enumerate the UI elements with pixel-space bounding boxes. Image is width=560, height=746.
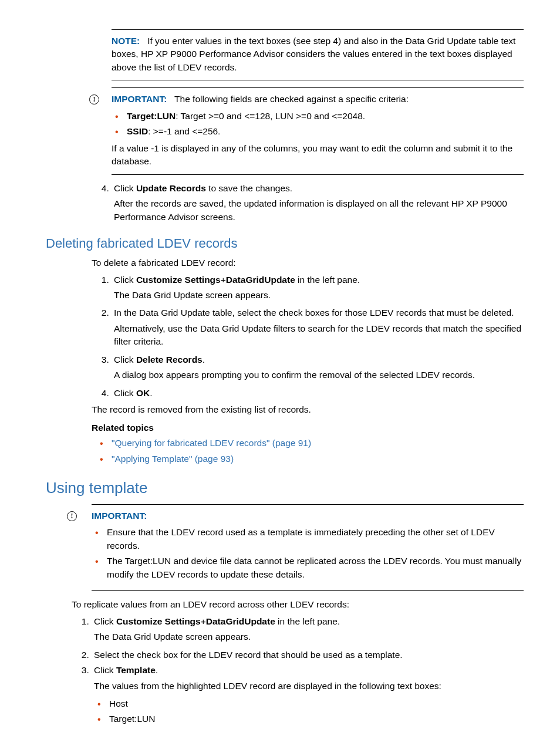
step-text: in the left pane. <box>295 275 360 285</box>
template-step-1: Click Customize Settings+DataGridUpdate … <box>92 615 524 644</box>
step-bold: DataGridUpdate <box>206 616 275 626</box>
important-box-1: IMPORTANT: The following fields are chec… <box>112 87 524 174</box>
step-para: The values from the highlighted LDEV rec… <box>94 680 524 693</box>
section-heading-using-template: Using template <box>46 477 524 499</box>
delete-step-1: Click Customize Settings+DataGridUpdate … <box>112 274 524 302</box>
important-box-2: IMPORTANT: Ensure that the LDEV record u… <box>92 504 524 591</box>
step-text: Click <box>94 616 116 626</box>
related-link-item: "Querying for fabricated LDEV records" (… <box>112 437 524 450</box>
important-label: IMPORTANT: <box>112 94 167 104</box>
textbox-item: Host <box>109 697 524 710</box>
related-link-item: "Applying Template" (page 93) <box>112 453 524 465</box>
step-para: The Data Grid Update screen appears. <box>94 630 524 643</box>
step-text: + <box>201 616 206 626</box>
step-text: . <box>156 665 158 675</box>
section-heading-deleting: Deleting fabricated LDEV records <box>46 234 524 253</box>
related-topics-label: Related topics <box>92 421 524 434</box>
step-text: Click <box>114 183 136 193</box>
delete-step-4: Click OK. <box>112 387 524 400</box>
step-4: Click Update Records to save the changes… <box>112 182 524 224</box>
step-para: Alternatively, use the Data Grid Update … <box>114 322 524 349</box>
step-text: Click <box>114 355 136 364</box>
step-text: Click <box>114 388 136 398</box>
criteria-label: SSID <box>127 126 148 136</box>
step-para: After the records are saved, the updated… <box>114 197 524 224</box>
note-box: NOTE: If you enter values in the text bo… <box>112 29 524 80</box>
step-para: A dialog box appears prompting you to co… <box>114 369 524 382</box>
step-bold: Update Records <box>136 183 206 193</box>
criteria-text: : >=-1 and <=256. <box>148 126 220 136</box>
step-text: Select the check box for the LDEV record… <box>94 650 403 660</box>
delete-step-2: In the Data Grid Update table, select th… <box>112 306 524 348</box>
section-intro: To replicate values from an LDEV record … <box>72 598 524 611</box>
important-bullet: The Target:LUN and device file data cann… <box>107 555 524 581</box>
step-bold: Delete Records <box>136 355 203 364</box>
criteria-label: Target:LUN <box>127 111 176 121</box>
step-text: to save the changes. <box>206 183 292 193</box>
important-icon: ! <box>89 92 99 105</box>
step-text: + <box>221 275 226 285</box>
section-intro: To delete a fabricated LDEV record: <box>92 256 524 269</box>
step-text: Click <box>94 665 116 675</box>
note-text: If you enter values in the text boxes (s… <box>112 36 515 72</box>
step-bold: OK <box>136 388 150 398</box>
step-bold: Template <box>116 665 156 675</box>
step-text: . <box>203 355 205 364</box>
criteria-item: SSID: >=-1 and <=256. <box>127 125 524 138</box>
textbox-item: Target:LUN <box>109 713 524 725</box>
step-bold: Customize Settings <box>116 616 201 626</box>
step-text: in the left pane. <box>275 616 340 626</box>
template-step-2: Select the check box for the LDEV record… <box>92 649 524 661</box>
criteria-item: Target:LUN: Target >=0 and <=128, LUN >=… <box>127 110 524 123</box>
section-outro: The record is removed from the existing … <box>92 403 524 416</box>
note-label: NOTE: <box>112 36 140 46</box>
important-intro: The following fields are checked against… <box>174 94 409 104</box>
step-text: . <box>150 388 152 398</box>
important-tail: If a value -1 is displayed in any of the… <box>112 142 524 168</box>
important-icon: ! <box>67 509 77 522</box>
step-para: The Data Grid Update screen appears. <box>114 289 524 302</box>
related-link[interactable]: "Applying Template" (page 93) <box>112 454 234 464</box>
delete-step-3: Click Delete Records. A dialog box appea… <box>112 353 524 382</box>
related-link[interactable]: "Querying for fabricated LDEV records" (… <box>112 438 311 448</box>
criteria-text: : Target >=0 and <=128, LUN >=0 and <=20… <box>176 111 365 121</box>
step-bold: DataGridUpdate <box>226 275 295 285</box>
step-text: In the Data Grid Update table, select th… <box>114 308 514 318</box>
step-text: Click <box>114 275 136 285</box>
step-bold: Customize Settings <box>136 275 221 285</box>
important-label: IMPORTANT: <box>92 509 524 522</box>
template-step-3: Click Template. The values from the high… <box>92 664 524 726</box>
important-bullet: Ensure that the LDEV record used as a te… <box>107 526 524 552</box>
